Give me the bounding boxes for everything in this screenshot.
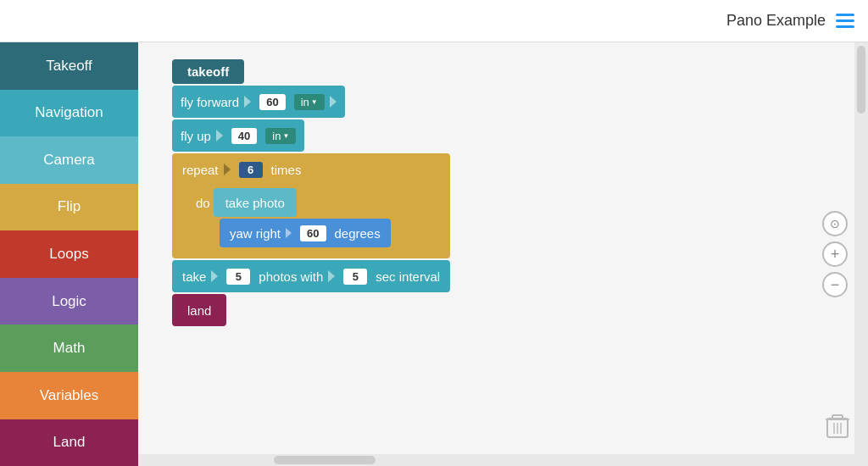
repeat-value[interactable]: 6 xyxy=(239,162,263,178)
repeat-body: do take photo yaw right 60 degrees xyxy=(172,186,450,250)
yaw-right-row: yaw right 60 degrees xyxy=(220,219,445,247)
fly-up-unit-dropdown[interactable]: in ▼ xyxy=(265,128,296,144)
plus-icon: + xyxy=(831,247,840,262)
times-label: times xyxy=(271,163,302,177)
horizontal-scrollbar[interactable] xyxy=(138,454,854,466)
land-label: land xyxy=(187,303,211,318)
take-photo-label: take photo xyxy=(225,196,285,210)
zoom-target-button[interactable]: ⊙ xyxy=(822,211,848,236)
repeat-footer xyxy=(172,250,450,258)
sec-interval-label: sec interval xyxy=(376,269,440,284)
canvas-area[interactable]: takeoff fly forward 60 in ▼ xyxy=(138,42,868,466)
fly-up-value[interactable]: 40 xyxy=(231,128,257,144)
repeat-label: repeat xyxy=(182,163,219,177)
sidebar-item-takeoff[interactable]: Takeoff xyxy=(0,42,138,90)
app-title: Pano Example xyxy=(726,12,826,30)
sidebar-item-flip[interactable]: Flip xyxy=(0,184,138,231)
zoom-controls: ⊙ + − xyxy=(822,211,848,297)
fly-forward-value[interactable]: 60 xyxy=(259,94,285,110)
land-block[interactable]: land xyxy=(172,294,450,326)
fly-up-label: fly up xyxy=(181,129,211,143)
minus-icon: − xyxy=(831,277,840,292)
take-label: take xyxy=(182,269,206,284)
sidebar-item-navigation[interactable]: Navigation xyxy=(0,90,138,137)
interval-value[interactable]: 5 xyxy=(343,269,367,285)
yaw-right-label: yaw right xyxy=(230,226,281,241)
scrollbar-thumb[interactable] xyxy=(857,46,865,114)
zoom-in-button[interactable]: + xyxy=(822,241,848,267)
sidebar-item-land[interactable]: Land xyxy=(0,419,138,467)
degrees-label: degrees xyxy=(335,226,381,241)
target-icon: ⊙ xyxy=(830,217,840,230)
sidebar-item-variables[interactable]: Variables xyxy=(0,372,138,419)
fly-up-block[interactable]: fly up 40 in ▼ xyxy=(172,119,450,152)
repeat-header-block[interactable]: repeat 6 times xyxy=(172,153,450,186)
main-layout: Takeoff Navigation Camera Flip Loops Log… xyxy=(0,42,868,466)
sidebar-item-camera[interactable]: Camera xyxy=(0,136,138,184)
zoom-out-button[interactable]: − xyxy=(822,272,848,297)
blocks-container: takeoff fly forward 60 in ▼ xyxy=(172,59,450,326)
photos-with-label: photos with xyxy=(259,269,323,284)
fly-forward-unit-dropdown[interactable]: in ▼ xyxy=(294,94,325,110)
block-stack: takeoff fly forward 60 in ▼ xyxy=(172,59,450,326)
sidebar: Takeoff Navigation Camera Flip Loops Log… xyxy=(0,42,138,466)
takeoff-label: takeoff xyxy=(187,64,229,79)
trash-button[interactable] xyxy=(826,412,849,442)
take-photos-block[interactable]: take 5 photos with 5 sec interval xyxy=(172,260,450,292)
yaw-right-value[interactable]: 60 xyxy=(300,225,326,241)
takeoff-block[interactable]: takeoff xyxy=(172,59,450,84)
take-photos-value[interactable]: 5 xyxy=(226,269,250,285)
app-header: Pano Example xyxy=(0,0,868,42)
sidebar-item-logic[interactable]: Logic xyxy=(0,278,138,325)
do-row: do take photo xyxy=(196,188,445,217)
repeat-block-container: repeat 6 times do take photo xyxy=(172,153,450,258)
fly-forward-block[interactable]: fly forward 60 in ▼ xyxy=(172,86,450,118)
sidebar-item-loops[interactable]: Loops xyxy=(0,230,138,278)
horizontal-scrollbar-thumb[interactable] xyxy=(274,456,376,464)
fly-forward-label: fly forward xyxy=(181,95,239,109)
menu-button[interactable] xyxy=(836,14,854,28)
do-label: do xyxy=(196,196,210,210)
vertical-scrollbar[interactable] xyxy=(854,42,868,466)
trash-icon xyxy=(826,412,849,439)
yaw-right-block[interactable]: yaw right 60 degrees xyxy=(220,219,391,247)
sidebar-item-math[interactable]: Math xyxy=(0,325,138,372)
take-photo-block[interactable]: take photo xyxy=(214,188,297,217)
